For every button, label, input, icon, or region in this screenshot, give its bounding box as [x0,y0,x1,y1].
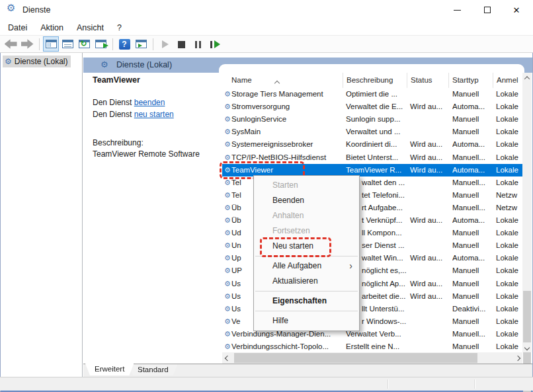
cell-status: Wird au... [410,214,449,227]
scroll-right-icon[interactable] [512,352,522,364]
service-gear-icon: ⚙ [224,253,231,264]
cell-starttyp: Manuell [452,290,493,303]
minimize-button[interactable] [442,0,472,20]
menu-aktion[interactable]: Aktion [34,22,70,34]
service-gear-icon: ⚙ [224,291,231,302]
menu-item-fortsetzen[interactable]: Fortsetzen [254,223,359,239]
restart-service-link[interactable]: neu starten [134,110,174,119]
cell-anmelden: Lokale [496,100,522,113]
maximize-button[interactable] [472,0,503,20]
menu-item-neu-starten[interactable]: Neu starten [254,239,359,254]
pause-service-button[interactable] [190,36,206,52]
toolbar-separator [112,38,113,50]
cell-beschreibung: Verwaltet die E... [346,100,407,113]
menu-ansicht[interactable]: Ansicht [70,22,110,34]
extended-pane-icon [135,39,147,50]
refresh-button[interactable] [76,36,92,52]
restart-service-icon [208,39,221,50]
cell-anmelden: Lokale [496,138,522,151]
back-button[interactable] [3,36,19,52]
export-list-button[interactable] [93,36,108,52]
status-bar-divider [474,379,475,389]
start-service-button[interactable] [157,36,173,52]
table-row[interactable]: ⚙SystemereignissebrokerKoordiniert di...… [222,138,522,151]
cell-starttyp: Manuell [452,227,493,239]
cell-starttyp: Manuell [452,88,493,100]
service-gear-icon: ⚙ [224,341,231,352]
service-gear-icon: ⚙ [224,190,231,201]
cell-anmelden: Netzw [496,189,522,202]
scroll-left-icon[interactable] [222,352,232,364]
show-console-tree-button[interactable] [43,36,59,52]
cell-status: Wird au... [410,100,449,113]
cell-anmelden: Lokale [496,340,522,353]
table-row[interactable]: ⚙Storage Tiers ManagementOptimiert die .… [222,88,522,100]
extended-pane-button[interactable] [133,36,149,52]
stop-service-button[interactable] [173,36,189,52]
restart-service-button[interactable] [206,36,222,52]
scroll-up-icon[interactable] [522,73,532,83]
help-button[interactable] [116,36,132,52]
close-button[interactable]: ✕ [501,0,532,20]
service-gear-icon: ⚙ [224,114,231,125]
services-gears-icon: ⚙ [7,3,15,13]
cell-name: SysMain [231,126,343,138]
menu-item-starten[interactable]: Starten [254,178,359,193]
cell-name: Systemereignissebroker [231,138,343,151]
cell-beschreibung: Sunlogin supp... [346,113,407,126]
vertical-scrollbar[interactable] [522,73,532,352]
cell-beschreibung: TeamViewer R... [346,164,407,176]
forward-button[interactable] [19,36,35,52]
scroll-down-icon[interactable] [522,342,532,352]
menu-item-alle-aufgaben[interactable]: Alle Aufgaben› [254,258,359,274]
service-gear-icon: ⚙ [224,215,231,226]
restart-prefix: Den Dienst [93,110,134,119]
column-header-starttyp[interactable]: Starttyp [449,73,493,88]
cell-status: Wird au... [410,252,449,264]
column-label: Anmel [497,76,518,84]
stop-prefix: Den Dienst [93,98,134,107]
tree-item-dienste-lokal[interactable]: ⚙ Dienste (Lokal) [3,56,71,67]
cell-anmelden: Lokale [496,176,522,189]
column-header-beschreibung[interactable]: Beschreibung [343,73,407,88]
column-header-name[interactable]: Name [222,73,343,88]
column-header-anmelden[interactable]: Anmel [493,73,522,88]
service-gear-icon: ⚙ [224,278,231,290]
toolbar-separator [39,38,40,50]
menu-hilfe[interactable]: ? [110,22,128,34]
stop-service-link[interactable]: beenden [134,98,165,107]
submenu-arrow-icon: › [349,258,352,274]
menu-item-hilfe[interactable]: Hilfe [254,313,359,329]
table-row[interactable]: ⚙Verbindungsschicht-Topolo...Erstellt ei… [222,340,522,353]
cell-status: Wird au... [410,278,449,290]
console-tree-panel: ⚙ Dienste (Lokal) [1,53,83,377]
cell-starttyp: Manuell... [452,202,493,214]
cell-starttyp: Manuell [452,126,493,138]
cell-starttyp: Automa... [452,164,493,176]
table-row[interactable]: ⚙StromversorgungVerwaltet die E...Wird a… [222,100,522,113]
table-row[interactable]: ⚙SunloginServiceSunlogin supp...ManuellL… [222,113,522,126]
menu-item-aktualisieren[interactable]: Aktualisieren [254,274,359,289]
cell-anmelden: Lokale [496,290,522,303]
horizontal-scroll-thumb[interactable] [234,353,477,363]
show-console-tree-icon [45,39,58,50]
tab-erweitert[interactable]: Erweitert [85,364,134,375]
properties-pane-button[interactable] [60,36,75,52]
cell-starttyp: Automa... [452,252,493,264]
back-icon [5,39,17,50]
table-row[interactable]: ⚙SysMainVerwaltet und ...ManuellLokale [222,126,522,138]
menu-item-eigenschaften[interactable]: Eigenschaften [254,294,359,309]
menu-item-beenden[interactable]: Beenden [254,193,359,208]
menu-separator [255,291,358,292]
cell-starttyp: Automa... [452,100,493,113]
properties-pane-icon [62,39,74,50]
tab-standard[interactable]: Standard [128,364,178,375]
cell-starttyp: Manuell [452,264,493,277]
toolbar-separator [153,38,153,50]
menu-datei[interactable]: Datei [1,22,34,34]
service-gear-icon: ⚙ [224,202,231,214]
cell-starttyp: Manuell [452,278,493,290]
horizontal-scrollbar[interactable] [222,352,522,364]
menu-item-anhalten[interactable]: Anhalten [254,208,359,223]
column-header-status[interactable]: Status [407,73,449,88]
